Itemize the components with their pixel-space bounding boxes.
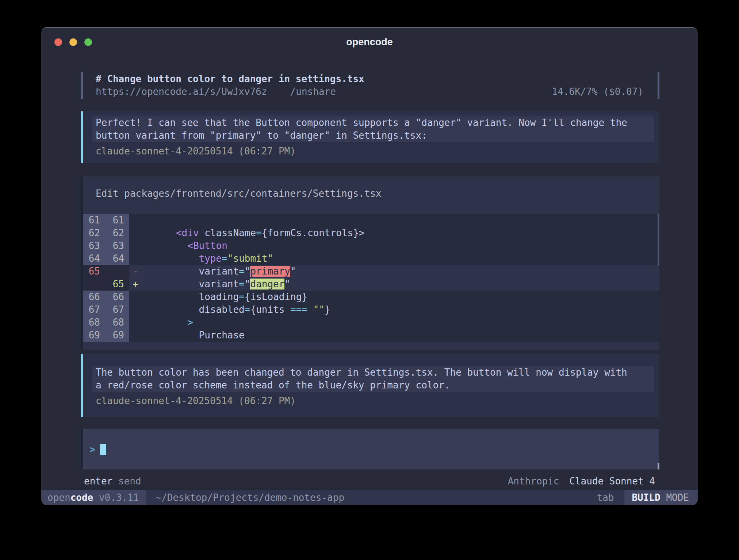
- app-version: v0.3.11: [99, 492, 139, 503]
- status-right: tab BUILDMODE: [597, 490, 698, 505]
- message-paragraph: The button color has been changed to dan…: [92, 366, 654, 392]
- diff-row: 6363 <Button: [83, 239, 659, 252]
- model-signature: claude-sonnet-4-20250514 (06:27 PM): [96, 395, 659, 407]
- model-signature: claude-sonnet-4-20250514 (06:27 PM): [96, 145, 659, 158]
- model-indicator: Anthropic Claude Sonnet 4: [508, 475, 655, 488]
- enter-key-label: enter: [84, 476, 112, 487]
- mode-suffix: MODE: [666, 492, 689, 503]
- edit-tool-card: Edit packages/frontend/src/containers/Se…: [81, 176, 659, 350]
- assistant-message: Perfect! I can see that the Button compo…: [81, 111, 659, 163]
- diff-row: 65+ variant="danger": [83, 278, 659, 291]
- scrollbar-thumb[interactable]: [658, 214, 659, 265]
- enter-hint: enter send: [84, 475, 141, 488]
- hint-bar: enter send Anthropic Claude Sonnet 4: [81, 475, 659, 488]
- opencode-window: opencode # Change button color to danger…: [41, 27, 698, 505]
- session-title: # Change button color to danger in setti…: [96, 73, 643, 85]
- diff-row: 6262 <div className={formCs.controls}>: [83, 227, 659, 239]
- unshare-command[interactable]: /unshare: [290, 85, 336, 98]
- prompt-character: >: [89, 444, 95, 455]
- edit-tool-title: Edit packages/frontend/src/containers/Se…: [83, 187, 659, 200]
- diff-row: 6767 disabled={units === ""}: [83, 303, 659, 316]
- app-name-suffix: code: [70, 492, 93, 503]
- session-header-block: # Change button color to danger in setti…: [81, 72, 659, 99]
- diff-row: 6969 Purchase: [83, 329, 659, 342]
- enter-action-label: send: [118, 476, 141, 487]
- message-line: Perfect! I can see that the Button compo…: [96, 116, 654, 129]
- prompt-input[interactable]: >: [81, 429, 659, 469]
- message-line: a red/rose color scheme instead of the b…: [96, 379, 654, 392]
- diff-row: 65- variant="primary": [83, 265, 659, 278]
- share-line: https://opencode.ai/s/UwJxv76z /unshare …: [96, 85, 643, 98]
- app-name-prefix: open: [47, 492, 70, 503]
- app-version-chip: opencode v0.3.11: [41, 490, 146, 505]
- diff-rows: 61616262 <div className={formCs.controls…: [83, 214, 659, 342]
- message-paragraph: Perfect! I can see that the Button compo…: [92, 116, 654, 142]
- context-usage-stats: 14.6K/7% ($0.07): [552, 85, 643, 98]
- session-content: # Change button color to danger in setti…: [81, 28, 659, 488]
- diff-row: 6868 >: [83, 316, 659, 329]
- text-cursor: [100, 444, 106, 455]
- diff-row: 6464 type="submit": [83, 252, 659, 265]
- diff-row: 6666 loading={isLoading}: [83, 291, 659, 303]
- diff-row: 6161: [83, 214, 659, 227]
- input-scrollbar-thumb[interactable]: [658, 463, 659, 469]
- share-url-link[interactable]: https://opencode.ai/s/UwJxv76z: [96, 85, 267, 98]
- status-bar: opencode v0.3.11 ~/Desktop/Projects/demo…: [41, 490, 698, 505]
- message-line: The button color has been changed to dan…: [96, 366, 654, 379]
- working-directory: ~/Desktop/Projects/demo-notes-app: [156, 490, 344, 505]
- tab-key-hint: tab: [597, 490, 614, 505]
- mode-name: BUILD: [632, 492, 660, 503]
- model-label: Claude Sonnet 4: [569, 476, 655, 487]
- mode-indicator[interactable]: BUILDMODE: [624, 490, 698, 505]
- provider-label: Anthropic: [508, 476, 559, 487]
- message-line: button variant from "primary" to "danger…: [96, 129, 654, 142]
- assistant-message: The button color has been changed to dan…: [81, 354, 659, 417]
